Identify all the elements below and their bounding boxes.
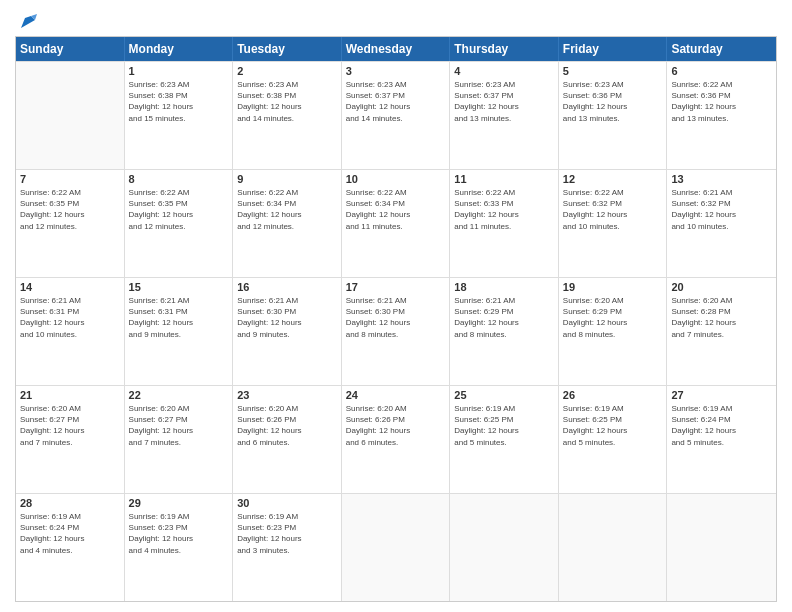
day-number: 10 bbox=[346, 173, 446, 185]
calendar-cell bbox=[16, 62, 125, 169]
day-info: Sunrise: 6:22 AM Sunset: 6:36 PM Dayligh… bbox=[671, 79, 772, 124]
calendar-cell: 2Sunrise: 6:23 AM Sunset: 6:38 PM Daylig… bbox=[233, 62, 342, 169]
calendar-cell: 29Sunrise: 6:19 AM Sunset: 6:23 PM Dayli… bbox=[125, 494, 234, 601]
day-info: Sunrise: 6:21 AM Sunset: 6:30 PM Dayligh… bbox=[346, 295, 446, 340]
day-number: 9 bbox=[237, 173, 337, 185]
weekday-header: Thursday bbox=[450, 37, 559, 61]
day-info: Sunrise: 6:19 AM Sunset: 6:25 PM Dayligh… bbox=[454, 403, 554, 448]
day-number: 1 bbox=[129, 65, 229, 77]
calendar-cell: 6Sunrise: 6:22 AM Sunset: 6:36 PM Daylig… bbox=[667, 62, 776, 169]
day-number: 3 bbox=[346, 65, 446, 77]
calendar-cell bbox=[342, 494, 451, 601]
calendar-cell: 5Sunrise: 6:23 AM Sunset: 6:36 PM Daylig… bbox=[559, 62, 668, 169]
day-info: Sunrise: 6:20 AM Sunset: 6:27 PM Dayligh… bbox=[20, 403, 120, 448]
calendar-cell: 8Sunrise: 6:22 AM Sunset: 6:35 PM Daylig… bbox=[125, 170, 234, 277]
day-number: 13 bbox=[671, 173, 772, 185]
day-number: 2 bbox=[237, 65, 337, 77]
calendar-cell bbox=[559, 494, 668, 601]
day-info: Sunrise: 6:21 AM Sunset: 6:29 PM Dayligh… bbox=[454, 295, 554, 340]
header bbox=[15, 10, 777, 30]
day-number: 23 bbox=[237, 389, 337, 401]
day-info: Sunrise: 6:22 AM Sunset: 6:33 PM Dayligh… bbox=[454, 187, 554, 232]
day-number: 8 bbox=[129, 173, 229, 185]
calendar-row: 14Sunrise: 6:21 AM Sunset: 6:31 PM Dayli… bbox=[16, 277, 776, 385]
weekday-header: Tuesday bbox=[233, 37, 342, 61]
calendar-cell: 17Sunrise: 6:21 AM Sunset: 6:30 PM Dayli… bbox=[342, 278, 451, 385]
calendar-cell: 30Sunrise: 6:19 AM Sunset: 6:23 PM Dayli… bbox=[233, 494, 342, 601]
day-info: Sunrise: 6:20 AM Sunset: 6:28 PM Dayligh… bbox=[671, 295, 772, 340]
calendar-cell: 4Sunrise: 6:23 AM Sunset: 6:37 PM Daylig… bbox=[450, 62, 559, 169]
day-number: 28 bbox=[20, 497, 120, 509]
day-info: Sunrise: 6:19 AM Sunset: 6:24 PM Dayligh… bbox=[20, 511, 120, 556]
calendar-cell: 25Sunrise: 6:19 AM Sunset: 6:25 PM Dayli… bbox=[450, 386, 559, 493]
calendar-body: 1Sunrise: 6:23 AM Sunset: 6:38 PM Daylig… bbox=[16, 61, 776, 601]
calendar-cell: 9Sunrise: 6:22 AM Sunset: 6:34 PM Daylig… bbox=[233, 170, 342, 277]
calendar-cell: 18Sunrise: 6:21 AM Sunset: 6:29 PM Dayli… bbox=[450, 278, 559, 385]
weekday-header: Wednesday bbox=[342, 37, 451, 61]
weekday-header: Sunday bbox=[16, 37, 125, 61]
weekday-header: Friday bbox=[559, 37, 668, 61]
calendar-cell: 21Sunrise: 6:20 AM Sunset: 6:27 PM Dayli… bbox=[16, 386, 125, 493]
calendar-cell: 13Sunrise: 6:21 AM Sunset: 6:32 PM Dayli… bbox=[667, 170, 776, 277]
day-info: Sunrise: 6:20 AM Sunset: 6:26 PM Dayligh… bbox=[237, 403, 337, 448]
calendar-header: SundayMondayTuesdayWednesdayThursdayFrid… bbox=[16, 37, 776, 61]
day-number: 22 bbox=[129, 389, 229, 401]
day-number: 26 bbox=[563, 389, 663, 401]
day-number: 27 bbox=[671, 389, 772, 401]
day-info: Sunrise: 6:21 AM Sunset: 6:30 PM Dayligh… bbox=[237, 295, 337, 340]
calendar-cell: 16Sunrise: 6:21 AM Sunset: 6:30 PM Dayli… bbox=[233, 278, 342, 385]
calendar-cell: 20Sunrise: 6:20 AM Sunset: 6:28 PM Dayli… bbox=[667, 278, 776, 385]
calendar-row: 7Sunrise: 6:22 AM Sunset: 6:35 PM Daylig… bbox=[16, 169, 776, 277]
day-number: 7 bbox=[20, 173, 120, 185]
day-number: 18 bbox=[454, 281, 554, 293]
logo bbox=[15, 14, 39, 30]
day-info: Sunrise: 6:21 AM Sunset: 6:31 PM Dayligh… bbox=[20, 295, 120, 340]
day-info: Sunrise: 6:23 AM Sunset: 6:37 PM Dayligh… bbox=[346, 79, 446, 124]
day-number: 12 bbox=[563, 173, 663, 185]
day-info: Sunrise: 6:22 AM Sunset: 6:34 PM Dayligh… bbox=[237, 187, 337, 232]
day-info: Sunrise: 6:23 AM Sunset: 6:38 PM Dayligh… bbox=[129, 79, 229, 124]
day-number: 29 bbox=[129, 497, 229, 509]
day-info: Sunrise: 6:22 AM Sunset: 6:35 PM Dayligh… bbox=[20, 187, 120, 232]
calendar-cell: 27Sunrise: 6:19 AM Sunset: 6:24 PM Dayli… bbox=[667, 386, 776, 493]
day-info: Sunrise: 6:19 AM Sunset: 6:24 PM Dayligh… bbox=[671, 403, 772, 448]
day-number: 21 bbox=[20, 389, 120, 401]
day-number: 6 bbox=[671, 65, 772, 77]
calendar-cell: 10Sunrise: 6:22 AM Sunset: 6:34 PM Dayli… bbox=[342, 170, 451, 277]
day-number: 20 bbox=[671, 281, 772, 293]
day-number: 5 bbox=[563, 65, 663, 77]
calendar-cell: 22Sunrise: 6:20 AM Sunset: 6:27 PM Dayli… bbox=[125, 386, 234, 493]
calendar-cell: 26Sunrise: 6:19 AM Sunset: 6:25 PM Dayli… bbox=[559, 386, 668, 493]
day-number: 15 bbox=[129, 281, 229, 293]
day-info: Sunrise: 6:23 AM Sunset: 6:36 PM Dayligh… bbox=[563, 79, 663, 124]
day-number: 4 bbox=[454, 65, 554, 77]
calendar-cell: 14Sunrise: 6:21 AM Sunset: 6:31 PM Dayli… bbox=[16, 278, 125, 385]
day-number: 19 bbox=[563, 281, 663, 293]
day-info: Sunrise: 6:21 AM Sunset: 6:31 PM Dayligh… bbox=[129, 295, 229, 340]
calendar-cell: 23Sunrise: 6:20 AM Sunset: 6:26 PM Dayli… bbox=[233, 386, 342, 493]
day-info: Sunrise: 6:20 AM Sunset: 6:27 PM Dayligh… bbox=[129, 403, 229, 448]
day-info: Sunrise: 6:22 AM Sunset: 6:35 PM Dayligh… bbox=[129, 187, 229, 232]
calendar-cell bbox=[667, 494, 776, 601]
day-info: Sunrise: 6:20 AM Sunset: 6:26 PM Dayligh… bbox=[346, 403, 446, 448]
day-info: Sunrise: 6:19 AM Sunset: 6:23 PM Dayligh… bbox=[129, 511, 229, 556]
calendar: SundayMondayTuesdayWednesdayThursdayFrid… bbox=[15, 36, 777, 602]
day-info: Sunrise: 6:22 AM Sunset: 6:34 PM Dayligh… bbox=[346, 187, 446, 232]
day-number: 11 bbox=[454, 173, 554, 185]
day-number: 17 bbox=[346, 281, 446, 293]
weekday-header: Monday bbox=[125, 37, 234, 61]
calendar-cell: 19Sunrise: 6:20 AM Sunset: 6:29 PM Dayli… bbox=[559, 278, 668, 385]
day-info: Sunrise: 6:20 AM Sunset: 6:29 PM Dayligh… bbox=[563, 295, 663, 340]
day-number: 24 bbox=[346, 389, 446, 401]
day-number: 25 bbox=[454, 389, 554, 401]
day-number: 30 bbox=[237, 497, 337, 509]
calendar-cell: 3Sunrise: 6:23 AM Sunset: 6:37 PM Daylig… bbox=[342, 62, 451, 169]
day-info: Sunrise: 6:23 AM Sunset: 6:37 PM Dayligh… bbox=[454, 79, 554, 124]
calendar-cell: 11Sunrise: 6:22 AM Sunset: 6:33 PM Dayli… bbox=[450, 170, 559, 277]
day-info: Sunrise: 6:19 AM Sunset: 6:23 PM Dayligh… bbox=[237, 511, 337, 556]
calendar-cell: 12Sunrise: 6:22 AM Sunset: 6:32 PM Dayli… bbox=[559, 170, 668, 277]
day-info: Sunrise: 6:22 AM Sunset: 6:32 PM Dayligh… bbox=[563, 187, 663, 232]
weekday-header: Saturday bbox=[667, 37, 776, 61]
calendar-cell: 7Sunrise: 6:22 AM Sunset: 6:35 PM Daylig… bbox=[16, 170, 125, 277]
day-info: Sunrise: 6:23 AM Sunset: 6:38 PM Dayligh… bbox=[237, 79, 337, 124]
